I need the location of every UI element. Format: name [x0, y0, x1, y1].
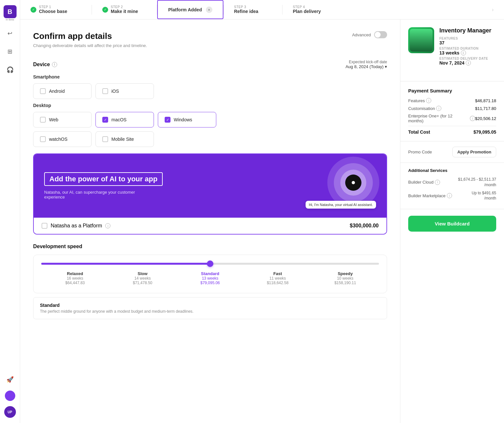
- payment-title: Payment Summary: [408, 88, 496, 93]
- natasha-price: $300,000.00: [350, 223, 379, 229]
- builder-marketplace-label: Builder Marketplace: [408, 193, 446, 198]
- customisation-row: Customisation i $11,717.80: [408, 106, 496, 111]
- platform-windows[interactable]: ✓ Windows: [158, 112, 216, 127]
- builder-cloud-info[interactable]: i: [435, 180, 440, 185]
- ai-banner-title: Add the power of AI to your app: [44, 172, 163, 186]
- windows-checkbox[interactable]: ✓: [165, 117, 170, 123]
- right-panel: Inventory Manager FEATURES 37 ESTIMATED …: [400, 19, 504, 423]
- mobile-site-label: Mobile Site: [111, 137, 134, 142]
- step-1[interactable]: ✓ STEP 1 Choose base: [20, 0, 92, 19]
- natasha-platform-option[interactable]: Natasha as a Platform i: [42, 223, 110, 229]
- smartphone-label: Smartphone: [33, 74, 387, 79]
- app-thumbnail: [408, 27, 434, 53]
- additional-services: Additional Services Builder Cloud i $1,6…: [400, 163, 504, 209]
- payment-summary: Payment Summary Features i $46,871.18 Cu…: [400, 81, 504, 141]
- android-checkbox[interactable]: [40, 88, 46, 94]
- mobile-site-checkbox[interactable]: [102, 136, 108, 142]
- delivery-label: ESTIMATED DELIVERY DATE: [439, 57, 496, 60]
- svg-point-0: [352, 181, 355, 184]
- delivery-value: Nov 7, 2024 i: [439, 60, 496, 66]
- view-buildcard-button[interactable]: View Buildcard: [408, 216, 496, 232]
- step3b-num: STEP 3: [234, 5, 258, 9]
- step3b-label: Refine idea: [234, 9, 258, 14]
- features-cost-label: Features: [408, 98, 425, 103]
- additional-title: Additional Services: [408, 168, 496, 173]
- step-3-active[interactable]: Platform Added ×: [157, 0, 223, 19]
- builder-marketplace-row: Builder Marketplace i Up to $491.65 /mon…: [408, 190, 496, 201]
- step-4[interactable]: STEP 4 Plan delivery ›: [283, 5, 504, 14]
- logo[interactable]: B: [4, 5, 17, 18]
- headset-icon[interactable]: 🎧: [4, 64, 16, 76]
- step2-check: ✓: [102, 7, 108, 13]
- macos-checkbox[interactable]: ✓: [102, 117, 108, 123]
- smartphone-grid: Android iOS: [33, 83, 387, 99]
- desktop-label: Desktop: [33, 103, 387, 108]
- ai-visual: Hi, I'm Natasha, your virtual AI assista…: [305, 163, 376, 209]
- customisation-info[interactable]: i: [436, 106, 441, 111]
- windows-label: Windows: [174, 117, 192, 122]
- speed-relaxed[interactable]: Relaxed 16 weeks $64,447.83: [41, 271, 109, 285]
- platform-macos[interactable]: ✓ macOS: [95, 112, 154, 127]
- speed-fast[interactable]: Fast 11 weeks $118,642.58: [244, 271, 311, 285]
- delivery-info-icon[interactable]: i: [466, 60, 471, 66]
- speed-track[interactable]: [41, 263, 379, 265]
- web-checkbox[interactable]: [40, 117, 46, 123]
- step3-close[interactable]: ×: [206, 6, 212, 13]
- speed-slow[interactable]: Slow 14 weeks $71,478.50: [109, 271, 176, 285]
- natasha-info-icon[interactable]: i: [105, 223, 110, 228]
- step3-label: Platform Added: [168, 7, 202, 12]
- total-row: Total Cost $79,095.05: [408, 126, 496, 135]
- apply-promotion-button[interactable]: Apply Promotion: [452, 147, 496, 157]
- platform-mobile-site[interactable]: Mobile Site: [95, 131, 154, 147]
- step-3b[interactable]: STEP 3 Refine idea: [224, 0, 282, 19]
- step-2[interactable]: ✓ STEP 2 Make it mine: [92, 0, 157, 19]
- rocket-icon[interactable]: 🚀: [4, 374, 16, 385]
- advanced-label: Advanced: [352, 32, 371, 37]
- enterprise-value: $20,506.12: [475, 116, 496, 121]
- platform-android[interactable]: Android: [33, 83, 92, 99]
- builder-cloud-row: Builder Cloud i $1,674.25 - $2,511.37 /m…: [408, 177, 496, 188]
- desktop-grid-2: watchOS Mobile Site: [33, 131, 387, 147]
- duration-info-icon[interactable]: i: [461, 50, 466, 55]
- watchos-checkbox[interactable]: [40, 136, 46, 142]
- platform-watchos[interactable]: watchOS: [33, 131, 92, 147]
- step1-label: Choose base: [39, 9, 67, 14]
- platform-ios[interactable]: iOS: [95, 83, 154, 99]
- advanced-toggle[interactable]: [374, 31, 387, 38]
- device-info-icon[interactable]: i: [52, 62, 57, 67]
- enterprise-info[interactable]: i: [470, 116, 475, 121]
- step4-arrow: ›: [492, 7, 494, 13]
- kickoff-label: Expected kick-off date: [346, 60, 387, 64]
- step4-label: Plan delivery: [293, 9, 321, 14]
- speed-thumb[interactable]: [207, 260, 213, 267]
- watchos-label: watchOS: [49, 137, 68, 142]
- speed-fill: [41, 263, 210, 265]
- grid-icon[interactable]: ⊞: [4, 46, 16, 57]
- natasha-checkbox[interactable]: [42, 223, 47, 229]
- avatar[interactable]: [5, 391, 15, 401]
- app-preview: Inventory Manager FEATURES 37 ESTIMATED …: [400, 19, 504, 81]
- features-label: FEATURES: [439, 37, 496, 40]
- speed-labels: Relaxed 16 weeks $64,447.83 Slow 14 week…: [41, 271, 379, 285]
- speed-standard[interactable]: Standard 13 weeks $79,095.06: [176, 271, 244, 285]
- web-label: Web: [49, 117, 58, 122]
- platform-web[interactable]: Web: [33, 112, 92, 127]
- ios-checkbox[interactable]: [102, 88, 108, 94]
- up-button[interactable]: UP: [4, 406, 16, 418]
- undo-icon[interactable]: ↩: [4, 28, 16, 39]
- ai-banner-desc: Natasha, our AI, can supercharge your cu…: [44, 190, 142, 199]
- step2-label: Make it mine: [111, 9, 138, 14]
- ai-banner-top: Add the power of AI to your app Natasha,…: [34, 154, 386, 218]
- features-cost-info[interactable]: i: [426, 98, 431, 103]
- dev-speed-title: Development speed: [33, 244, 82, 249]
- speed-speedy[interactable]: Speedy 10 weeks $158,190.11: [311, 271, 379, 285]
- promo-label: Promo Code: [408, 150, 432, 154]
- builder-cloud-value: $1,674.25 - $2,511.37 /month: [458, 177, 496, 188]
- builder-marketplace-info[interactable]: i: [447, 193, 452, 198]
- customisation-label: Customisation: [408, 106, 435, 111]
- total-value: $79,095.05: [473, 129, 496, 135]
- step2-num: STEP 2: [111, 5, 138, 9]
- chevron-down-icon: ▾: [385, 64, 387, 69]
- device-title: Device: [33, 62, 50, 67]
- standard-box: Standard The perfect middle ground for a…: [33, 297, 387, 319]
